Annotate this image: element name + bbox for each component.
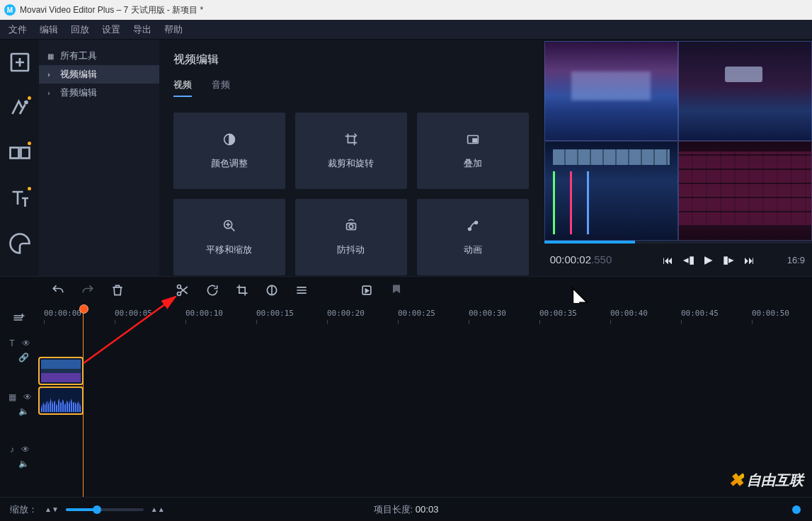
ruler-tick: 00:00:25 (398, 309, 435, 318)
status-indicator-icon (792, 505, 801, 514)
svg-point-9 (349, 224, 353, 229)
contrast-icon (222, 132, 237, 147)
menubar: 文件 编辑 回放 设置 导出 帮助 (0, 20, 812, 40)
frame-forward-icon[interactable]: ▮▸ (723, 253, 734, 266)
tab-video[interactable]: 视频 (173, 79, 192, 97)
track-type-text-icon: T (9, 338, 14, 348)
svg-rect-2 (10, 148, 18, 159)
undo-button[interactable] (51, 283, 65, 297)
chevron-right-icon: › (47, 89, 55, 97)
preview-aspect: 16:9 (787, 255, 805, 265)
timeline-clip[interactable] (38, 357, 84, 415)
filters-icon[interactable] (7, 95, 33, 120)
frame-back-icon[interactable]: ◂▮ (683, 253, 694, 266)
stickers-icon[interactable] (7, 231, 33, 256)
ruler-tick: 00:00:15 (256, 309, 294, 318)
category-audio-edit[interactable]: › 音频编辑 (39, 84, 159, 102)
record-vo-button[interactable] (360, 283, 374, 297)
link-icon[interactable]: 🔗 (18, 353, 29, 362)
zoom-in-icon[interactable]: ▲▲ (151, 505, 165, 513)
clip-properties-button[interactable] (295, 283, 309, 297)
crop-button[interactable] (235, 283, 249, 297)
window-titlebar: M Movavi Video Editor Plus – 7 天试用版 - 新项… (0, 0, 812, 20)
tool-card-animation[interactable]: 动画 (417, 199, 529, 275)
zoom-slider[interactable] (66, 508, 144, 511)
zoom-out-icon[interactable]: ▲▼ (45, 505, 59, 513)
ruler-tick: 00:00:50 (752, 309, 789, 318)
play-icon[interactable]: ▶ (704, 253, 713, 266)
redo-button[interactable] (81, 283, 95, 297)
svg-rect-6 (473, 139, 477, 142)
grid-icon: ▦ (47, 52, 55, 60)
ruler-tick: 00:00:40 (610, 309, 648, 318)
preview-seekbar[interactable] (544, 241, 812, 244)
timeline-ruler[interactable]: 00:00:0000:00:0500:00:1000:00:1500:00:20… (38, 309, 812, 327)
add-track-button[interactable] (13, 311, 25, 327)
overlay-icon (465, 132, 481, 147)
menu-help[interactable]: 帮助 (164, 23, 183, 36)
animation-icon (465, 218, 481, 234)
category-video-edit[interactable]: › 视频编辑 (39, 65, 159, 84)
crop-rotate-icon (343, 132, 359, 147)
category-list: ▦ 所有工具 › 视频编辑 › 音频编辑 (39, 40, 159, 276)
camera-stabilize-icon (343, 218, 359, 234)
titles-icon[interactable] (7, 185, 33, 211)
tool-card-pan-zoom[interactable]: 平移和缩放 (173, 199, 285, 275)
menu-playback[interactable]: 回放 (71, 23, 89, 36)
app-logo-icon: M (4, 4, 16, 16)
color-button[interactable] (265, 283, 279, 297)
timeline-toolbar (0, 276, 812, 303)
menu-edit[interactable]: 编辑 (40, 23, 58, 36)
rotate-button[interactable] (205, 283, 219, 297)
preview-pane: 00:00:02.550 ⏮ ◂▮ ▶ ▮▸ ⏭ 16:9 (543, 40, 812, 276)
ruler-tick: 00:00:20 (327, 309, 365, 318)
chevron-right-icon: › (47, 71, 55, 79)
status-bar: 缩放： ▲▼ ▲▲ 项目长度: 00:03 (0, 497, 812, 521)
track-type-video-icon: ▦ (8, 392, 16, 402)
preview-viewport[interactable] (544, 41, 812, 241)
tab-audio[interactable]: 音频 (212, 79, 230, 97)
sidebar-iconstrip (0, 40, 39, 276)
clip-audio-waveform (38, 387, 84, 415)
category-all-tools[interactable]: ▦ 所有工具 (39, 47, 159, 65)
menu-export[interactable]: 导出 (133, 23, 151, 36)
track-text-head: T👁 🔗 (4, 338, 35, 362)
mute-icon[interactable]: 🔈 (18, 459, 29, 469)
delete-button[interactable] (110, 283, 125, 297)
preview-controls: 00:00:02.550 ⏮ ◂▮ ▶ ▮▸ ⏭ 16:9 (543, 244, 812, 276)
skip-start-icon[interactable]: ⏮ (663, 254, 673, 266)
tool-card-stabilize[interactable]: 防抖动 (295, 199, 407, 275)
tools-panel: 视频编辑 视频 音频 颜色调整 裁剪和旋转 叠加 平移和缩放 (159, 40, 543, 276)
menu-file[interactable]: 文件 (8, 23, 27, 36)
watermark-logo-icon: ✖ (728, 469, 744, 491)
visibility-icon[interactable]: 👁 (21, 445, 30, 454)
mute-icon[interactable]: 🔈 (18, 406, 29, 416)
ruler-tick: 00:00:05 (115, 309, 152, 318)
split-button[interactable] (176, 283, 190, 297)
ruler-tick: 00:00:35 (539, 309, 577, 318)
ruler-tick: 00:00:45 (681, 309, 719, 318)
preview-timecode: 00:00:02.550 (550, 253, 612, 266)
visibility-icon[interactable]: 👁 (23, 392, 32, 402)
zoom-control: 缩放： ▲▼ ▲▲ (10, 503, 165, 516)
tool-card-overlay[interactable]: 叠加 (417, 113, 529, 189)
marker-button[interactable] (389, 283, 404, 297)
menu-settings[interactable]: 设置 (102, 23, 120, 36)
ruler-tick: 00:00:30 (469, 309, 506, 318)
tool-card-color-adjust[interactable]: 颜色调整 (173, 113, 285, 189)
project-length: 项目长度: 00:03 (374, 503, 439, 516)
visibility-icon[interactable]: 👁 (22, 338, 30, 348)
skip-end-icon[interactable]: ⏭ (744, 254, 755, 266)
tools-tabs: 视频 音频 (173, 79, 529, 97)
track-audio-head: ♪👁 🔈 (4, 445, 35, 469)
import-media-icon[interactable] (7, 50, 33, 75)
main-content: ▦ 所有工具 › 视频编辑 › 音频编辑 视频编辑 视频 音频 颜色调整 裁剪和… (0, 40, 812, 276)
tool-card-crop-rotate[interactable]: 裁剪和旋转 (295, 113, 407, 189)
svg-rect-3 (21, 148, 29, 159)
watermark: ✖ 自由互联 (728, 469, 804, 491)
timeline-tracks[interactable] (38, 330, 812, 497)
window-title: Movavi Video Editor Plus – 7 天试用版 - 新项目 … (20, 4, 203, 16)
timeline: 00:00:0000:00:0500:00:1000:00:1500:00:20… (0, 303, 812, 497)
transitions-icon[interactable] (7, 140, 33, 166)
ruler-tick: 00:00:10 (185, 309, 223, 318)
